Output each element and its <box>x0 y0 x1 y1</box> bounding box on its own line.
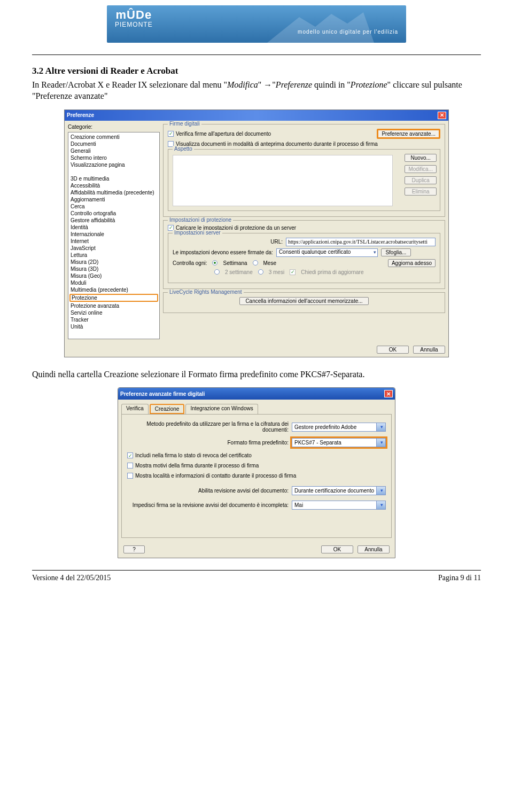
cancel-button[interactable]: Annulla <box>357 545 390 553</box>
default-method-select[interactable]: Gestore predefinito Adobe <box>292 423 386 432</box>
category-item[interactable]: Tracker <box>68 316 159 323</box>
group-legend: Firme digitali <box>168 121 201 127</box>
category-item[interactable]: Misura (3D) <box>68 266 159 272</box>
category-item[interactable] <box>68 168 159 175</box>
category-item[interactable]: Protezione avanzata <box>68 302 159 309</box>
category-item[interactable]: Unità <box>68 323 159 330</box>
tab-creation[interactable]: Creazione <box>150 404 185 414</box>
category-item[interactable]: Schermo intero <box>68 154 159 161</box>
radio-month[interactable] <box>253 260 258 266</box>
ok-button[interactable]: OK <box>377 346 409 354</box>
check-every-label: Controlla ogni: <box>173 260 207 266</box>
update-now-button[interactable]: Aggiorna adesso <box>388 259 436 267</box>
category-item[interactable]: Misura (2D) <box>68 259 159 266</box>
radio-label: 2 settimane <box>225 269 253 275</box>
default-format-label: Formato firma predefinito: <box>127 440 289 446</box>
logo-main: mÛDe <box>115 8 153 22</box>
categories-list[interactable]: Creazione commentiDocumentiGeneraliScher… <box>68 132 160 339</box>
section-title: 3.2 Altre versioni di Reader e Acrobat <box>32 66 481 76</box>
logo-tagline: modello unico digitale per l'edilizia <box>298 29 398 35</box>
browse-button[interactable]: Sfoglia... <box>381 248 411 256</box>
close-icon[interactable]: ✕ <box>384 390 393 397</box>
help-button[interactable]: ? <box>123 545 145 553</box>
cancel-button[interactable]: Annulla <box>413 346 445 354</box>
signed-by-select[interactable]: Consenti qualunque certificato <box>276 248 378 257</box>
window-titlebar: Preferenze ✕ <box>65 110 448 121</box>
category-item[interactable]: Documenti <box>68 140 159 147</box>
group-livecycle: LiveCycle Rights Management Cancella inf… <box>163 292 445 313</box>
category-item[interactable]: Cerca <box>68 203 159 210</box>
delete-button: Elimina <box>405 188 437 196</box>
warnings-review-label: Abilita revisione avvisi del documento: <box>127 488 289 494</box>
category-item[interactable]: JavaScript <box>68 245 159 252</box>
category-item[interactable]: Controllo ortografia <box>68 210 159 217</box>
checkbox-show-reasons[interactable] <box>127 463 133 469</box>
category-item[interactable]: Internazionale <box>68 231 159 238</box>
menu-name: Preferenze <box>276 80 312 89</box>
group-server-settings: Impostazioni server URL: https://applica… <box>168 233 440 283</box>
footer-version: Versione 4 del 22/05/2015 <box>32 574 111 582</box>
group-aspetto: Aspetto Nuovo... Modifica... Duplica Eli… <box>168 149 440 211</box>
category-item[interactable]: Protezione <box>69 294 158 302</box>
group-legend: Impostazioni server <box>173 230 222 236</box>
radio-2weeks[interactable] <box>214 269 220 275</box>
text: quindi in " <box>312 80 351 89</box>
checkbox-label: Chiedi prima di aggiornare <box>301 269 363 275</box>
signed-by-label: Le impostazioni devono essere firmate da… <box>173 249 273 255</box>
checkbox-label: Includi nella firma lo stato di revoca d… <box>135 452 252 458</box>
categories-label: Categorie: <box>68 124 160 130</box>
radio-label: Mese <box>263 260 276 266</box>
tab-verify[interactable]: Verifica <box>121 404 149 414</box>
checkbox-include-revocation[interactable]: ✓ <box>127 452 133 458</box>
category-item[interactable]: Visualizzazione pagina <box>68 161 159 168</box>
duplicate-button: Duplica <box>405 176 437 184</box>
tab-strip: Verifica Creazione Integrazione con Wind… <box>121 404 392 414</box>
category-item[interactable]: 3D e multimedia <box>68 175 159 182</box>
category-item[interactable]: Generali <box>68 147 159 154</box>
category-item[interactable]: Internet <box>68 238 159 245</box>
logo-banner: mÛDe PIEMONTE modello unico digitale per… <box>107 5 406 43</box>
footer-page: Pagina 9 di 11 <box>438 574 481 582</box>
category-item[interactable]: Accessibilità <box>68 182 159 189</box>
new-button[interactable]: Nuovo... <box>405 154 437 162</box>
screenshot-advanced-prefs: Preferenze avanzate firme digitali ✕ Ver… <box>118 387 395 558</box>
checkbox-ask-before-update: ✓ <box>290 269 296 275</box>
category-item[interactable]: Gestore affidabilità <box>68 217 159 224</box>
prevent-signing-select[interactable]: Mai <box>292 501 386 510</box>
url-input[interactable]: https://applicazioni.cnipa.gov.it/TSL/Li… <box>286 238 436 246</box>
appearance-list <box>173 155 393 206</box>
category-item[interactable]: Affidabilità multimedia (precedente) <box>68 189 159 196</box>
clear-account-button[interactable]: Cancella informazioni dell'account memor… <box>239 297 368 305</box>
category-item[interactable]: Multimedia (precedente) <box>68 286 159 293</box>
category-item[interactable]: Lettura <box>68 252 159 259</box>
checkbox-verify-on-open[interactable]: ✓ <box>168 131 174 137</box>
window-title: Preferenze avanzate firme digitali <box>120 391 205 397</box>
category-item[interactable]: Identità <box>68 224 159 231</box>
group-security-settings: Impostazioni di protezione ✓ Caricare le… <box>163 220 445 289</box>
radio-3months[interactable] <box>258 269 263 275</box>
default-format-select[interactable]: PKCS#7 - Separata <box>292 438 386 447</box>
tab-pane-creation: Metodo predefinito da utilizzare per la … <box>121 414 392 538</box>
category-item[interactable]: Misura (Geo) <box>68 272 159 279</box>
advanced-preferences-button[interactable]: Preferenze avanzate... <box>377 129 440 139</box>
category-item[interactable]: Creazione commenti <box>68 134 159 140</box>
checkbox-label: Verifica firme all'apertura del document… <box>176 131 271 137</box>
category-item[interactable]: Servizi online <box>68 309 159 316</box>
logo-sub: PIEMONTE <box>115 21 153 28</box>
tab-windows-integration[interactable]: Integrazione con Windows <box>185 404 258 414</box>
paragraph-2: Quindi nella cartella Creazione selezion… <box>32 369 481 380</box>
text: In Reader/Acrobat X e Reader IX selezion… <box>32 80 227 89</box>
warnings-review-select[interactable]: Durante certificazione documento <box>292 486 386 495</box>
category-item[interactable]: Moduli <box>68 279 159 286</box>
default-method-label: Metodo predefinito da utilizzare per la … <box>127 421 289 433</box>
close-icon[interactable]: ✕ <box>438 112 446 119</box>
paragraph-1: In Reader/Acrobat X e Reader IX selezion… <box>32 80 481 102</box>
radio-week[interactable] <box>212 260 217 266</box>
prevent-signing-label: Impedisci firma se la revisione avvisi d… <box>127 502 289 508</box>
window-title: Preferenze <box>67 112 94 118</box>
category-item[interactable]: Aggiornamenti <box>68 196 159 203</box>
ok-button[interactable]: OK <box>321 545 353 553</box>
document-header: mÛDe PIEMONTE modello unico digitale per… <box>32 0 481 50</box>
page-footer: Versione 4 del 22/05/2015 Pagina 9 di 11 <box>32 570 481 582</box>
checkbox-show-location[interactable] <box>127 473 133 479</box>
